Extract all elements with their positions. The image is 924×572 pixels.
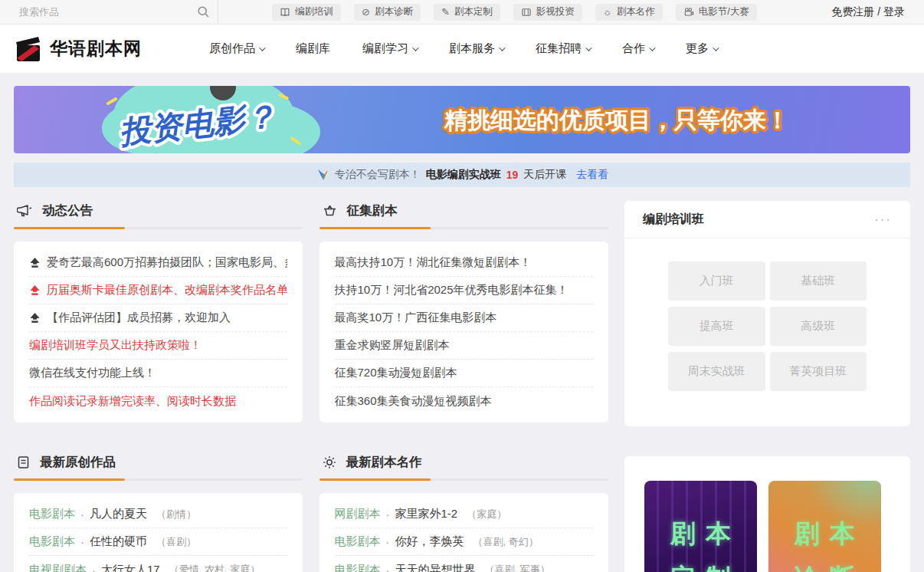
- quick-link-festival[interactable]: 电影节/大赛: [676, 4, 757, 21]
- chevron-down-icon: [259, 44, 265, 51]
- work-item[interactable]: 电影剧本·凡人的夏天（剧情）: [29, 501, 287, 528]
- solicitation-text: 征集360集美食动漫短视频剧本: [335, 394, 492, 409]
- work-tags: （剧情）: [156, 508, 196, 521]
- nav-item-learning[interactable]: 编剧学习: [362, 41, 417, 56]
- work-tags: （喜剧, 军事）: [485, 563, 550, 572]
- script-diagnose-tile[interactable]: 剧本 诊断: [768, 481, 881, 572]
- section-title: 征集剧本: [347, 202, 398, 219]
- solicitation-text: 扶持10万！河北省2025年优秀电影剧本征集！: [335, 283, 568, 298]
- class-button-basic[interactable]: 基础班: [770, 261, 867, 301]
- notice-course: 电影编剧实战班: [426, 168, 501, 182]
- class-button-weekend[interactable]: 周末实战班: [668, 352, 765, 391]
- announcement-text: 微信在线支付功能上线！: [29, 366, 156, 380]
- solicitation-item[interactable]: 最高扶持10万！湖北征集微短剧剧本！: [335, 249, 593, 277]
- work-category: 电影剧本: [335, 534, 381, 549]
- solicitation-item[interactable]: 征集360集美食动漫短视频剧本: [335, 387, 593, 415]
- work-category: 电视剧剧本: [29, 563, 87, 572]
- solicitation-item[interactable]: 重金求购竖屏短剧剧本: [335, 332, 593, 360]
- announcement-item[interactable]: 历届奥斯卡最佳原创剧本、改编剧本奖作品名单: [29, 277, 287, 304]
- service-promos-card: 剧本 定制 剧本 诊断: [624, 456, 910, 572]
- script-custom-tile[interactable]: 剧本 定制: [644, 481, 757, 572]
- chevron-down-icon: [585, 44, 591, 51]
- nav-item-services[interactable]: 剧本服务: [449, 41, 503, 56]
- chevron-down-icon: [649, 44, 655, 51]
- nav-item-original-works[interactable]: 原创作品: [209, 41, 264, 56]
- service-promos-section: 剧本 定制 剧本 诊断: [624, 452, 910, 572]
- section-title: 最新原创作品: [40, 454, 116, 471]
- clapperboard-icon: [14, 35, 43, 63]
- dot-separator: ·: [386, 535, 390, 548]
- notice-bar: 专治不会写剧本！ 电影编剧实战班 19 天后开课 去看看: [14, 163, 910, 187]
- section-title: 动态公告: [42, 202, 93, 219]
- announcements-header: 动态公告: [14, 201, 303, 221]
- work-category: 网剧剧本: [335, 507, 381, 521]
- announcement-item[interactable]: 【作品评估团】成员招募，欢迎加入: [29, 304, 287, 332]
- site-name: 华语剧本网: [50, 37, 142, 61]
- sun-icon: [323, 455, 336, 469]
- tile-text: 剧本 定制: [644, 481, 757, 572]
- work-tags: （喜剧, 奇幻）: [473, 535, 539, 549]
- quick-link-custom[interactable]: ✎ 剧本定制: [434, 4, 500, 21]
- quick-link-label: 影视投资: [536, 5, 575, 18]
- latest-famous-header: 最新剧本名作: [319, 452, 608, 472]
- register-login-link[interactable]: 免费注册 / 登录: [831, 5, 905, 19]
- class-button-advanced[interactable]: 高级班: [770, 307, 867, 346]
- tile-text: 剧本 诊断: [768, 481, 881, 572]
- announcement-item[interactable]: 微信在线支付功能上线！: [29, 360, 287, 387]
- work-item[interactable]: 电影剧本·你好，李焕英（喜剧, 奇幻）: [335, 528, 593, 556]
- work-item[interactable]: 电影剧本·天天的异想世界（喜剧, 军事）: [335, 556, 593, 572]
- training-title: 编剧培训班: [643, 212, 704, 228]
- work-item[interactable]: 网剧剧本·家里家外1-2（家庭）: [335, 501, 593, 528]
- top-utility-bar: 编剧培训 ⊘ 剧本诊断 ✎ 剧本定制 影视投资 ☼ 剧本名作 电影节/大赛: [0, 0, 924, 25]
- content-row-2: 最新原创作品 电影剧本·凡人的夏天（剧情） 电影剧本·任性的硬币（喜剧） 电视剧…: [14, 452, 910, 572]
- quick-link-diagnose[interactable]: ⊘ 剧本诊断: [354, 4, 421, 21]
- solicitation-text: 最高扶持10万！湖北征集微短剧剧本！: [335, 255, 532, 270]
- announcement-item[interactable]: 爱奇艺最高600万招募拍摄团队；国家电影局、多: [29, 249, 287, 277]
- film-icon: [521, 7, 532, 18]
- page: 编剧培训 ⊘ 剧本诊断 ✎ 剧本定制 影视投资 ☼ 剧本名作 电影节/大赛: [0, 0, 924, 572]
- nav-item-cooperation[interactable]: 合作: [622, 41, 654, 56]
- solicitations-section: 征集剧本 最高扶持10万！湖北征集微短剧剧本！ 扶持10万！河北省2025年优秀…: [319, 201, 608, 422]
- solicitation-text: 重金求购竖屏短剧剧本: [335, 338, 450, 353]
- training-class-grid: 入门班 基础班 提高班 高级班 周末实战班 菁英项目班: [624, 238, 910, 426]
- class-button-beginner[interactable]: 入门班: [668, 261, 765, 301]
- quick-link-label: 编剧培训: [295, 5, 333, 18]
- quick-link-famous[interactable]: ☼ 剧本名作: [595, 4, 663, 21]
- solicitation-item[interactable]: 征集720集动漫短剧剧本: [335, 360, 593, 387]
- promo-banner[interactable]: 投资电影？ 精挑细选的优质项目，只等你来！: [14, 86, 910, 153]
- solicitation-text: 最高奖10万！广西征集电影剧本: [335, 311, 497, 325]
- class-button-improve[interactable]: 提高班: [668, 307, 765, 346]
- dot-separator: ·: [80, 535, 84, 548]
- search-icon[interactable]: [197, 5, 210, 18]
- announcement-text: 【作品评估团】成员招募，欢迎加入: [47, 311, 231, 325]
- work-item[interactable]: 电影剧本·任性的硬币（喜剧）: [29, 528, 287, 556]
- latest-original-section: 最新原创作品 电影剧本·凡人的夏天（剧情） 电影剧本·任性的硬币（喜剧） 电视剧…: [14, 452, 303, 572]
- banner-right-text: 精挑细选的优质项目，只等你来！: [444, 107, 789, 133]
- search-input[interactable]: [19, 6, 197, 18]
- announcements-section: 动态公告 爱奇艺最高600万招募拍摄团队；国家电影局、多 历届奥斯卡最佳原创剧本…: [14, 201, 303, 422]
- notice-go-link[interactable]: 去看看: [576, 168, 608, 182]
- work-item[interactable]: 电视剧剧本·太行女人17（爱情, 农村, 家庭）: [29, 556, 287, 572]
- quick-link-invest[interactable]: 影视投资: [513, 4, 582, 21]
- content-row-1: 动态公告 爱奇艺最高600万招募拍摄团队；国家电影局、多 历届奥斯卡最佳原创剧本…: [14, 201, 910, 426]
- latest-original-card: 电影剧本·凡人的夏天（剧情） 电影剧本·任性的硬币（喜剧） 电视剧剧本·太行女人…: [14, 493, 303, 572]
- camera-icon: [683, 7, 694, 18]
- solicitation-item[interactable]: 最高奖10万！广西征集电影剧本: [335, 304, 593, 332]
- nav-item-writer-library[interactable]: 编剧库: [296, 41, 330, 56]
- work-title: 任性的硬币: [90, 534, 147, 549]
- solicitation-item[interactable]: 扶持10万！河北省2025年优秀电影剧本征集！: [335, 277, 593, 304]
- megaphone-icon: [17, 204, 32, 218]
- nav-item-recruit[interactable]: 征集招聘: [536, 41, 590, 56]
- quick-link-training[interactable]: 编剧培训: [272, 4, 341, 21]
- announcement-item[interactable]: 编剧培训班学员又出扶持政策啦！: [29, 332, 287, 360]
- main-nav: 华语剧本网 原创作品 编剧库 编剧学习 剧本服务 征集招聘 合作 更多: [0, 25, 924, 73]
- more-options-icon[interactable]: ···: [874, 213, 892, 226]
- announcements-card: 爱奇艺最高600万招募拍摄团队；国家电影局、多 历届奥斯卡最佳原创剧本、改编剧本…: [14, 242, 303, 422]
- work-title: 天天的异想世界: [395, 563, 476, 572]
- announcement-item[interactable]: 作品阅读记录新增完读率、阅读时长数据: [29, 387, 287, 415]
- class-button-elite[interactable]: 菁英项目班: [770, 352, 867, 391]
- banner-art: 投资电影？ 精挑细选的优质项目，只等你来！: [14, 86, 910, 153]
- solicitation-text: 征集720集动漫短剧剧本: [335, 366, 457, 380]
- nav-item-more[interactable]: 更多: [686, 41, 717, 56]
- site-logo[interactable]: 华语剧本网: [14, 35, 142, 63]
